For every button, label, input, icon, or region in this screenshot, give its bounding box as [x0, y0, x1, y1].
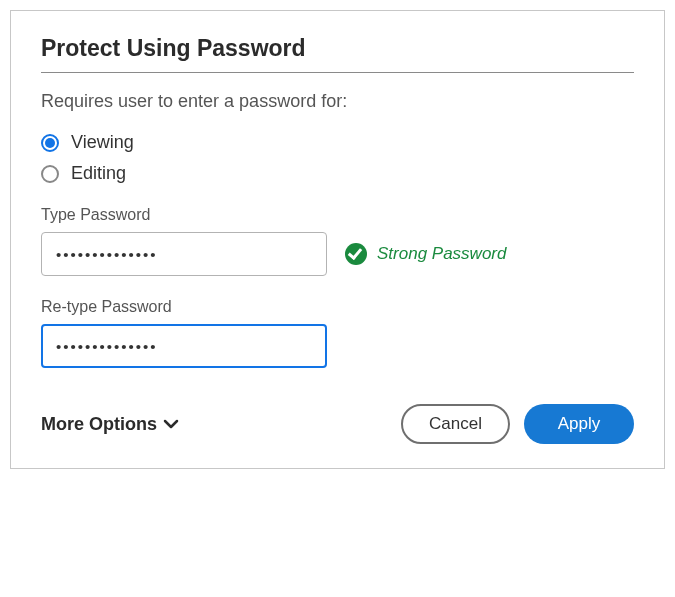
cancel-button[interactable]: Cancel — [401, 404, 510, 444]
type-password-input[interactable] — [41, 232, 327, 276]
retype-password-row — [41, 324, 634, 368]
radio-checked-icon — [41, 134, 59, 152]
retype-password-label: Re-type Password — [41, 298, 634, 316]
password-strength: Strong Password — [345, 243, 506, 265]
apply-button[interactable]: Apply — [524, 404, 634, 444]
password-strength-text: Strong Password — [377, 244, 506, 264]
type-password-label: Type Password — [41, 206, 634, 224]
more-options-toggle[interactable]: More Options — [41, 414, 179, 435]
dialog-footer: More Options Cancel Apply — [41, 404, 634, 444]
divider — [41, 72, 634, 73]
radio-viewing[interactable]: Viewing — [41, 132, 634, 153]
retype-password-input[interactable] — [41, 324, 327, 368]
more-options-label: More Options — [41, 414, 157, 435]
button-group: Cancel Apply — [401, 404, 634, 444]
check-icon — [345, 243, 367, 265]
dialog-subtitle: Requires user to enter a password for: — [41, 91, 634, 112]
type-password-row: Strong Password — [41, 232, 634, 276]
password-protect-dialog: Protect Using Password Requires user to … — [10, 10, 665, 469]
chevron-down-icon — [163, 418, 179, 430]
radio-editing[interactable]: Editing — [41, 163, 634, 184]
dialog-title: Protect Using Password — [41, 35, 634, 62]
protection-mode-group: Viewing Editing — [41, 132, 634, 184]
radio-editing-label: Editing — [71, 163, 126, 184]
radio-unchecked-icon — [41, 165, 59, 183]
radio-viewing-label: Viewing — [71, 132, 134, 153]
